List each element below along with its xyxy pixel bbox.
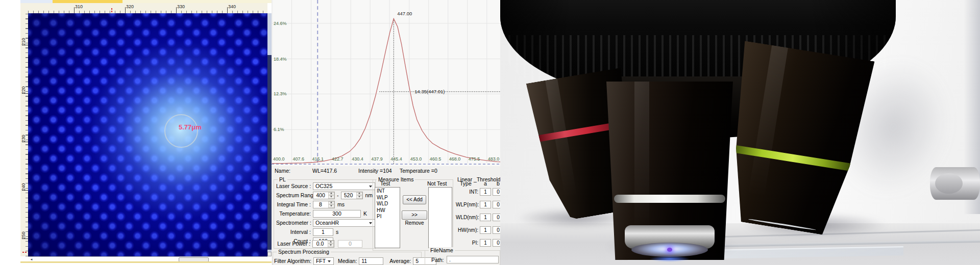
test-list-item[interactable]: WLP: [377, 195, 400, 201]
test-list-item[interactable]: WLD: [377, 201, 400, 207]
filename-group: FileName Path: .: [425, 250, 500, 265]
threshold-row: WLD(nm):10: [456, 214, 500, 222]
threshold-a-input[interactable]: 1: [480, 188, 491, 196]
average-label: Average:: [389, 258, 411, 264]
spectrum-processing-group-label: Spectrum Processing: [277, 249, 331, 255]
photo-objective-right: [714, 40, 877, 239]
not-test-list[interactable]: [428, 187, 452, 248]
ruler-corner: [20, 3, 29, 14]
median-input[interactable]: 11: [359, 257, 383, 265]
ruler-tick-label: 220: [21, 85, 26, 95]
test-list[interactable]: INTWLPWLDHWPI: [375, 187, 400, 248]
spinner-arrows[interactable]: [328, 192, 334, 199]
temperature-input[interactable]: 300: [313, 210, 361, 218]
vertical-scrollbar[interactable]: [267, 13, 272, 256]
temperature-row: Temperature: 300 K: [276, 209, 373, 218]
ruler-tick-label: 320: [126, 4, 134, 9]
threshold-col-a: a: [484, 180, 487, 187]
range-unit: nm: [365, 192, 373, 198]
threshold-a-input[interactable]: 1: [480, 226, 491, 234]
microscope-photo: [500, 0, 980, 265]
filter-algorithm-dropdown[interactable]: FFT: [313, 257, 334, 265]
peak-wavelength-label: 447.00: [397, 11, 412, 16]
interval-row: Interval : 1 s: [276, 228, 373, 236]
fluorescence-image[interactable]: 5.77μm: [28, 13, 267, 256]
threshold-b-input[interactable]: 0: [493, 226, 500, 234]
threshold-b-input[interactable]: 0: [493, 188, 500, 196]
test-list-item[interactable]: PI: [377, 214, 400, 220]
laser-power-spinner[interactable]: 0.0: [312, 240, 334, 248]
photo-blue-glow: [649, 256, 690, 262]
threshold-row: HW(nm):10: [456, 226, 500, 234]
pl-group: PL Laser Source : OC325 Spectrum Range :…: [274, 179, 376, 249]
vertical-scrollbar-thumb[interactable]: [267, 55, 272, 250]
spinner-arrows[interactable]: [328, 241, 334, 247]
threshold-row-label: PI:: [456, 240, 478, 246]
integral-time-unit: ms: [337, 201, 345, 207]
y-axis-tick-label: 6.1%: [274, 127, 284, 132]
spinner-arrows[interactable]: [356, 192, 362, 199]
status-temperature: Temperature =0: [400, 168, 437, 175]
integral-time-spinner[interactable]: 8: [313, 201, 335, 208]
threshold-col-b: b: [497, 180, 500, 187]
x-axis-tick-label: 483.0: [488, 156, 500, 162]
photo-green-ring: [730, 145, 855, 172]
spinner-arrows[interactable]: [328, 201, 334, 208]
x-axis-tick-label: 453.0: [410, 156, 422, 162]
spectrum-chart[interactable]: 447.00 14.35(447.01) 24.6%18.4%12.3%6.1%…: [272, 0, 500, 166]
measurement-circle[interactable]: 5.77μm: [164, 114, 198, 148]
interval-label: Interval :: [276, 229, 311, 235]
temperature-unit: K: [363, 210, 367, 217]
bottom-accent-strip: [20, 261, 272, 263]
scroll-left-arrow-icon[interactable]: ◄: [29, 257, 34, 261]
interval-unit: s: [336, 229, 338, 235]
range-from-spinner[interactable]: 400: [313, 192, 335, 199]
laser-source-row: Laser Source : OC325: [276, 182, 373, 190]
threshold-a-input[interactable]: 1: [480, 201, 491, 208]
spectrum-range-label: Spectrum Range :: [276, 192, 311, 198]
ruler-tick-label: 340: [228, 4, 236, 9]
threshold-a-input[interactable]: 1: [480, 214, 491, 221]
threshold-b-input[interactable]: 0: [493, 239, 500, 247]
status-name-label: Name:: [275, 168, 290, 175]
test-column-label: Test: [380, 180, 390, 187]
ruler-horizontal: 310320330340: [28, 3, 267, 14]
threshold-b-input[interactable]: 0: [493, 201, 500, 208]
laser-source-dropdown[interactable]: OC325: [313, 182, 375, 190]
spectrum-range-row: Spectrum Range : 400 - 520 nm: [276, 191, 373, 199]
y-axis-tick-label: 24.6%: [274, 21, 287, 26]
spectrometer-dropdown[interactable]: OceanHR: [313, 219, 375, 227]
photo-laser-dot: [667, 248, 672, 252]
ruler-tick-label: 240: [21, 182, 26, 192]
spectrum-processing-group: Spectrum Processing Filter Algorithm: FF…: [273, 252, 422, 265]
threshold-row: INT:10: [456, 188, 500, 196]
range-to-spinner[interactable]: 520: [341, 192, 363, 199]
path-label: Path:: [431, 257, 444, 263]
photo-stage-knob: [930, 167, 980, 200]
photo-highlight: [748, 45, 788, 199]
x-axis-tick-label: 430.4: [352, 156, 363, 162]
x-axis-tick-label: 445.4: [390, 156, 402, 162]
not-test-column-label: Not Test: [427, 180, 447, 187]
range-dash: -: [337, 192, 339, 198]
screenshot-root: 310320330340 210220230240250 5.77μm ◄ 44…: [0, 0, 980, 265]
path-input[interactable]: .: [447, 256, 499, 263]
test-list-item[interactable]: HW: [377, 207, 400, 214]
vertical-scrollbar-button[interactable]: [267, 252, 272, 256]
threshold-b-input[interactable]: 0: [493, 214, 500, 221]
x-axis-tick-label: 437.9: [371, 156, 383, 162]
threshold-a-input[interactable]: 1: [480, 239, 491, 247]
threshold-row-label: HW(nm):: [456, 227, 478, 233]
test-list-item[interactable]: INT: [377, 188, 400, 195]
add-button[interactable]: << Add: [403, 195, 426, 204]
filter-algorithm-label: Filter Algorithm:: [274, 258, 311, 264]
interval-input[interactable]: 1: [313, 228, 333, 236]
y-axis-tick-label: 12.3%: [274, 91, 287, 96]
remove-button[interactable]: >> Remove: [402, 210, 427, 220]
ruler-tick-label: 310: [75, 4, 83, 9]
photo-objective-body: [714, 40, 877, 239]
x-axis-tick-label: 468.0: [449, 156, 461, 162]
ruler-tick-label: 210: [21, 37, 26, 47]
threshold-rows: INT:10WLP(nm):10WLD(nm):10HW(nm):10PI:10: [456, 187, 500, 250]
threshold-row: PI:10: [456, 239, 500, 247]
